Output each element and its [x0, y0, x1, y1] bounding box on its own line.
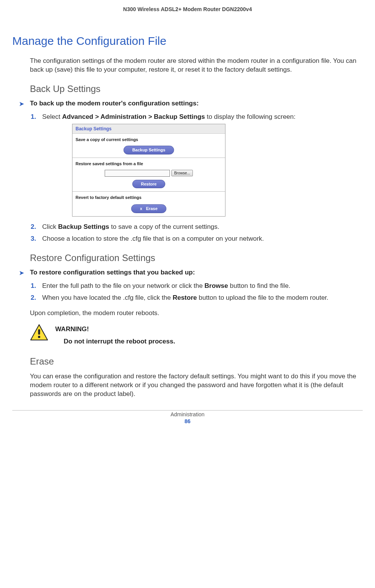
restore-step-2: 2. When you have located the .cfg file, … [42, 294, 363, 302]
shot-title: Backup Settings [72, 124, 225, 134]
warning-label: WARNING! [55, 325, 175, 333]
shot-file-input [105, 170, 170, 177]
step-number: 2. [31, 294, 36, 302]
step-number: 2. [31, 223, 36, 232]
procedure-heading-backup: ➤ To back up the modem router's configur… [30, 100, 363, 107]
step-bold: Restore [173, 294, 197, 301]
step-number: 3. [31, 235, 36, 243]
backup-step-3: 3. Choose a location to store the .cfg f… [42, 235, 363, 243]
page-title: Manage the Configuration File [12, 34, 363, 48]
shot-restore-button: Restore [132, 180, 166, 189]
footer-separator [12, 410, 363, 411]
procedure-arrow-icon: ➤ [19, 269, 24, 276]
step-bold: Advanced > Administration > Backup Setti… [62, 113, 205, 120]
procedure-title-text: To restore configuration settings that y… [30, 269, 195, 276]
section-heading-restore: Restore Configuration Settings [30, 253, 363, 263]
svg-rect-1 [38, 329, 40, 335]
warning-block: WARNING! Do not interrupt the reboot pro… [30, 324, 363, 345]
step-text-post: button to find the file. [228, 282, 291, 289]
svg-point-2 [38, 336, 40, 338]
backup-settings-screenshot: Backup Settings Save a copy of current s… [72, 124, 225, 217]
shot-backup-button: Backup Settings [123, 146, 174, 154]
step-text: When you have located the .cfg file, cli… [42, 294, 173, 301]
step-number: 1. [31, 113, 36, 122]
erase-paragraph: You can erase the configuration and rest… [30, 372, 363, 399]
step-text: Enter the full path to the file on your … [42, 282, 204, 289]
restore-step-1: 1. Enter the full path to the file on yo… [42, 282, 363, 291]
restore-completion-note: Upon completion, the modem router reboot… [30, 309, 363, 317]
procedure-heading-restore: ➤ To restore configuration settings that… [30, 269, 363, 276]
intro-paragraph: The configuration settings of the modem … [30, 57, 363, 74]
warning-body: Do not interrupt the reboot process. [55, 338, 175, 345]
backup-step-1: 1. Select Advanced > Administration > Ba… [42, 113, 363, 217]
procedure-arrow-icon: ➤ [19, 100, 24, 107]
footer-section-label: Administration [12, 411, 363, 417]
shot-erase-label: Erase [146, 206, 158, 212]
footer-page-number: 86 [12, 418, 363, 424]
step-text: Choose a location to store the .cfg file… [42, 235, 264, 242]
section-heading-erase: Erase [30, 356, 363, 367]
shot-save-label: Save a copy of current settings [72, 134, 225, 145]
shot-restore-label: Restore saved settings from a file [72, 158, 225, 169]
step-bold: Browse [204, 282, 228, 289]
step-text-post: to display the following screen: [205, 113, 296, 120]
shot-revert-label: Revert to factory default settings [72, 192, 225, 203]
step-text-post: button to upload the file to the modem r… [197, 294, 329, 301]
document-header: N300 Wireless ADSL2+ Modem Router DGN220… [12, 4, 363, 28]
warning-icon [30, 324, 48, 342]
step-number: 1. [31, 282, 36, 291]
step-bold: Backup Settings [58, 223, 109, 230]
step-text: Select [42, 113, 62, 120]
shot-erase-button: x Erase [131, 204, 166, 213]
close-icon: x [140, 206, 142, 212]
step-text: Click [42, 223, 58, 230]
shot-browse-button: Browse... [171, 170, 193, 177]
step-text-post: to save a copy of the current settings. [109, 223, 219, 230]
procedure-title-text: To back up the modem router's configurat… [30, 100, 199, 107]
backup-step-2: 2. Click Backup Settings to save a copy … [42, 223, 363, 232]
section-heading-backup: Back Up Settings [30, 84, 363, 94]
